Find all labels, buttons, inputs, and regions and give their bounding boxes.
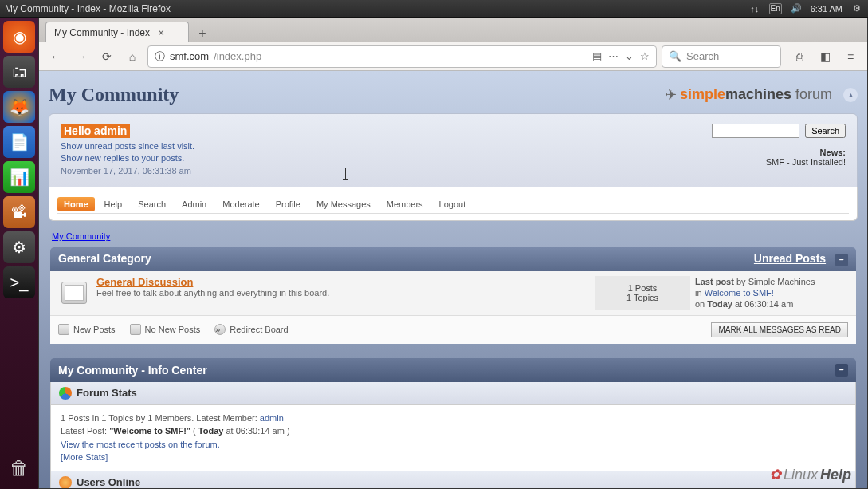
collapse-icon[interactable]: ▴ <box>843 88 858 102</box>
board-lastpost: Last post by Simple Machines in Welcome … <box>690 276 850 310</box>
window-title: My Community - Index - Mozilla Firefox <box>5 3 748 14</box>
search-bar[interactable]: 🔍 Search <box>662 45 781 68</box>
new-replies-link[interactable]: Show new replies to your posts. <box>61 153 184 163</box>
power-icon[interactable]: ⚙ <box>850 3 863 14</box>
redirect-icon: » <box>214 324 226 335</box>
clock[interactable]: 6:31 AM <box>811 3 842 14</box>
search-icon: 🔍 <box>669 50 681 62</box>
board-description: Feel free to talk about anything and eve… <box>96 288 590 298</box>
menu-profile[interactable]: Profile <box>269 197 307 211</box>
writer-icon[interactable]: 📄 <box>3 126 35 158</box>
forum-stats-body: 1 Posts in 1 Topics by 1 Members. Latest… <box>50 405 856 471</box>
category-header: General Category Unread Posts − <box>50 247 856 271</box>
mark-all-read-button[interactable]: MARK ALL MESSAGES AS READ <box>711 322 848 337</box>
reload-button[interactable]: ⟳ <box>96 46 117 67</box>
menu-help[interactable]: Help <box>98 197 129 211</box>
menu-admin[interactable]: Admin <box>175 197 213 211</box>
forum-title: My Community <box>49 84 179 105</box>
menu-home[interactable]: Home <box>57 197 95 211</box>
reader-icon[interactable]: ▤ <box>592 50 602 62</box>
tab-close-icon[interactable]: × <box>158 26 164 39</box>
category-name[interactable]: General Category <box>58 252 151 266</box>
forum-search-input[interactable] <box>712 124 799 138</box>
tab-bar: My Community - Index × + <box>39 18 867 42</box>
stats-icon <box>59 387 72 400</box>
board-icon[interactable] <box>57 276 92 310</box>
settings-icon[interactable]: ⚙ <box>3 231 35 263</box>
url-bar[interactable]: ⓘ smf.com/index.php ▤ ⋯ ⌄ ☆ <box>147 45 657 68</box>
latest-member-link[interactable]: admin <box>260 413 284 423</box>
news-block: News: SMF - Just Installed! <box>712 148 846 167</box>
linuxhelp-logo-icon: ✿ <box>769 466 781 483</box>
forum-header: My Community ✈ simplemachines forum ▴ <box>47 79 859 113</box>
forward-button: → <box>71 46 92 67</box>
volume-icon[interactable]: 🔊 <box>790 3 803 14</box>
trash-icon[interactable]: 🗑 <box>3 452 35 484</box>
board-name[interactable]: General Discussion <box>96 276 193 288</box>
url-host: smf.com <box>170 50 209 62</box>
category-collapse-icon[interactable]: − <box>835 254 848 266</box>
ubuntu-launcher: ◉ 🗂 🦊 📄 📊 📽 ⚙ >_ 🗑 <box>0 18 38 489</box>
url-path: /index.php <box>214 50 261 62</box>
home-button[interactable]: ⌂ <box>122 46 143 67</box>
hammer-icon: ✈ <box>665 86 677 104</box>
pocket-icon[interactable]: ⌄ <box>625 50 634 62</box>
linuxhelp-watermark: ✿ LinuxHelp <box>769 466 851 483</box>
menu-icon[interactable]: ≡ <box>840 46 861 67</box>
main-menu: Home Help Search Admin Moderate Profile … <box>49 187 858 221</box>
info-collapse-icon[interactable]: − <box>835 364 848 377</box>
calc-icon[interactable]: 📊 <box>3 161 35 193</box>
sidebar-icon[interactable]: ◧ <box>815 46 835 67</box>
new-tab-button[interactable]: + <box>192 25 213 42</box>
board-row: General Discussion Feel free to talk abo… <box>50 271 856 316</box>
legend-row: New Posts No New Posts »Redirect Board M… <box>50 316 856 344</box>
browser-tab[interactable]: My Community - Index × <box>45 22 189 42</box>
recent-posts-link[interactable]: View the most recent posts on the forum. <box>61 440 220 449</box>
firefox-icon[interactable]: 🦊 <box>3 91 35 123</box>
text-cursor-icon <box>345 168 346 180</box>
menu-moderate[interactable]: Moderate <box>216 197 265 211</box>
unread-posts-link[interactable]: Unread Posts <box>754 252 826 265</box>
more-icon[interactable]: ⋯ <box>608 50 619 62</box>
users-online-bar: Users Online <box>50 471 856 488</box>
info-icon[interactable]: ⓘ <box>155 49 165 64</box>
tab-title: My Community - Index <box>54 27 150 38</box>
new-posts-icon <box>58 324 69 335</box>
menu-mymessages[interactable]: My Messages <box>310 197 377 211</box>
current-datetime: November 17, 2017, 06:31:38 am <box>61 166 191 175</box>
user-panel: Hello admin Show unread posts since last… <box>49 113 858 187</box>
forum-stats-bar: Forum Stats <box>50 382 856 405</box>
page-content: My Community ✈ simplemachines forum ▴ He… <box>39 71 867 488</box>
lang-indicator[interactable]: En <box>769 3 782 14</box>
system-tray: ↑↓ En 🔊 6:31 AM ⚙ <box>748 3 863 14</box>
browser-toolbar: ← → ⟳ ⌂ ⓘ smf.com/index.php ▤ ⋯ ⌄ ☆ 🔍 Se… <box>39 42 867 71</box>
browser-window: My Community - Index × + ← → ⟳ ⌂ ⓘ smf.c… <box>38 18 868 489</box>
files-icon[interactable]: 🗂 <box>3 56 35 88</box>
search-placeholder: Search <box>686 50 719 62</box>
breadcrumb[interactable]: My Community <box>47 229 859 247</box>
ubuntu-dash-icon[interactable]: ◉ <box>3 21 35 53</box>
back-button[interactable]: ← <box>45 46 66 67</box>
ubuntu-menubar: My Community - Index - Mozilla Firefox ↑… <box>0 0 868 18</box>
menu-search[interactable]: Search <box>132 197 172 211</box>
library-icon[interactable]: ⎙ <box>789 46 810 67</box>
network-icon[interactable]: ↑↓ <box>748 3 761 14</box>
no-new-posts-icon <box>130 324 141 335</box>
menu-logout[interactable]: Logout <box>433 197 473 211</box>
smf-logo[interactable]: ✈ simplemachines forum ▴ <box>665 86 858 104</box>
hello-admin: Hello admin <box>61 124 130 138</box>
board-stats: 1 Posts 1 Topics <box>595 276 690 310</box>
more-stats-link[interactable]: [More Stats] <box>61 452 108 462</box>
forum-search-button[interactable]: Search <box>805 124 846 138</box>
menu-members[interactable]: Members <box>380 197 430 211</box>
bookmark-icon[interactable]: ☆ <box>640 50 650 62</box>
unread-posts-link[interactable]: Show unread posts since last visit. <box>61 141 194 151</box>
users-icon <box>59 476 72 488</box>
info-center-header: My Community - Info Center − <box>50 358 856 382</box>
impress-icon[interactable]: 📽 <box>3 196 35 228</box>
terminal-icon[interactable]: >_ <box>3 266 35 298</box>
